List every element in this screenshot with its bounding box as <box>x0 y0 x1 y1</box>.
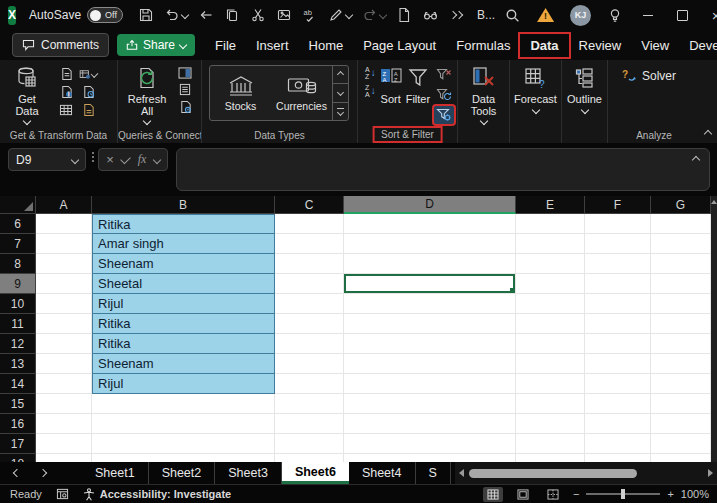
cell-a[interactable] <box>36 354 92 374</box>
column-header-g[interactable]: G <box>651 196 711 214</box>
refresh-all-button[interactable]: Refresh All <box>121 64 173 125</box>
cell-g[interactable] <box>651 214 711 234</box>
outline-button[interactable]: Outline <box>565 64 604 114</box>
currencies-button[interactable]: Currencies <box>271 66 332 120</box>
sort-descending-button[interactable]: ZA↓ <box>365 84 376 98</box>
row-header[interactable]: 17 <box>0 434 36 454</box>
gallery-more-button[interactable] <box>333 103 348 120</box>
cell-e[interactable] <box>516 214 585 234</box>
data-source-icon-3[interactable]: i <box>57 85 75 100</box>
cell-g[interactable] <box>651 274 711 294</box>
cell-f[interactable] <box>585 214 651 234</box>
avatar[interactable]: KJ <box>570 5 591 26</box>
cell-g[interactable] <box>651 394 711 414</box>
warning-icon[interactable]: ! <box>537 8 554 22</box>
cell-a[interactable] <box>36 394 92 414</box>
row-header[interactable]: 6 <box>0 214 36 234</box>
column-header-e[interactable]: E <box>516 196 585 214</box>
properties-icon[interactable] <box>176 82 194 97</box>
data-source-icon-2[interactable] <box>79 67 97 82</box>
row-header[interactable]: 9 <box>0 274 36 294</box>
cell-c[interactable] <box>275 354 344 374</box>
row-header[interactable]: 7 <box>0 234 36 254</box>
scroll-up-arrow[interactable] <box>711 200 717 204</box>
cell-f[interactable] <box>585 334 651 354</box>
insert-function-icon[interactable]: fx <box>138 152 147 167</box>
cell-f[interactable] <box>585 454 651 462</box>
data-tools-button[interactable]: Data Tools <box>461 64 506 125</box>
cell-f[interactable] <box>585 234 651 254</box>
page-layout-view-icon[interactable] <box>513 487 533 502</box>
ribbon-tab[interactable]: Insert <box>246 34 299 57</box>
cell-f[interactable] <box>585 434 651 454</box>
column-header-d[interactable]: D <box>344 196 516 214</box>
get-data-chevron[interactable] <box>23 117 31 125</box>
comments-button[interactable]: Comments <box>12 33 109 57</box>
horizontal-scrollbar[interactable] <box>455 462 717 484</box>
cell-b[interactable]: Amar singh <box>92 234 275 254</box>
ribbon-tab[interactable]: Data <box>520 34 568 57</box>
cell-a[interactable] <box>36 234 92 254</box>
cell-b[interactable]: Rijul <box>92 294 275 314</box>
cell-b[interactable]: Ritika <box>92 214 275 234</box>
cell-f[interactable] <box>585 354 651 374</box>
cell-c[interactable] <box>275 274 344 294</box>
cell-f[interactable] <box>585 374 651 394</box>
ribbon-tab[interactable]: View <box>631 34 679 57</box>
enter-entry-icon[interactable] <box>120 153 131 164</box>
sort-ascending-button[interactable]: AZ↓ <box>365 66 376 80</box>
column-header-b[interactable]: B <box>92 196 275 214</box>
row-header[interactable]: 14 <box>0 374 36 394</box>
cell-g[interactable] <box>651 334 711 354</box>
row-header[interactable]: 15 <box>0 394 36 414</box>
data-tools-chevron[interactable] <box>479 117 487 125</box>
cell-e[interactable] <box>516 434 585 454</box>
cell-f[interactable] <box>585 274 651 294</box>
copy-icon[interactable] <box>224 7 240 23</box>
macro-record-icon[interactable] <box>56 488 69 500</box>
cell-g[interactable] <box>651 454 711 462</box>
lightbulb-icon[interactable] <box>607 7 623 24</box>
normal-view-icon[interactable] <box>483 487 503 502</box>
cell-d[interactable] <box>344 354 516 374</box>
horizontal-scroll-thumb[interactable] <box>469 469 637 478</box>
column-header-c[interactable]: C <box>275 196 344 214</box>
cell-d[interactable] <box>344 414 516 434</box>
cell-c[interactable] <box>275 434 344 454</box>
cell-b[interactable]: Ritika <box>92 314 275 334</box>
undo-icon[interactable] <box>164 7 188 23</box>
cell-e[interactable] <box>516 454 585 462</box>
spelling-icon[interactable]: ab <box>302 7 318 23</box>
next-sheet-arrow[interactable] <box>39 469 47 477</box>
redo-dropdown-chevron[interactable] <box>379 11 387 19</box>
forecast-chevron[interactable] <box>531 106 539 114</box>
cell-a[interactable] <box>36 434 92 454</box>
scroll-right-arrow[interactable] <box>708 469 713 477</box>
zoom-level[interactable]: 100% <box>681 488 709 500</box>
gallery-scroll-up[interactable] <box>333 66 348 84</box>
clear-filter-button[interactable] <box>434 66 454 84</box>
cell-b[interactable]: Rijul <box>92 374 275 394</box>
filter-button[interactable]: Filter <box>404 64 432 106</box>
cell-g[interactable] <box>651 314 711 334</box>
zoom-slider[interactable] <box>586 493 660 495</box>
maximize-icon[interactable] <box>673 6 691 24</box>
sheet-tab[interactable]: Sheet2 <box>149 462 216 484</box>
cell-f[interactable] <box>585 254 651 274</box>
cell-d[interactable] <box>344 454 516 462</box>
cell-d[interactable] <box>344 274 516 294</box>
cell-c[interactable] <box>275 454 344 462</box>
row-header[interactable]: 16 <box>0 414 36 434</box>
ribbon-tab[interactable]: File <box>205 34 246 57</box>
cell-c[interactable] <box>275 214 344 234</box>
refresh-all-chevron[interactable] <box>143 117 151 125</box>
cell-e[interactable] <box>516 394 585 414</box>
cell-a[interactable] <box>36 414 92 434</box>
cell-g[interactable] <box>651 434 711 454</box>
previous-sheet-arrow[interactable] <box>13 469 21 477</box>
page-break-view-icon[interactable] <box>543 487 563 502</box>
vertical-scrollbar[interactable] <box>711 196 717 462</box>
cell-d[interactable] <box>344 234 516 254</box>
cell-d[interactable] <box>344 434 516 454</box>
select-all-corner[interactable] <box>0 196 36 214</box>
